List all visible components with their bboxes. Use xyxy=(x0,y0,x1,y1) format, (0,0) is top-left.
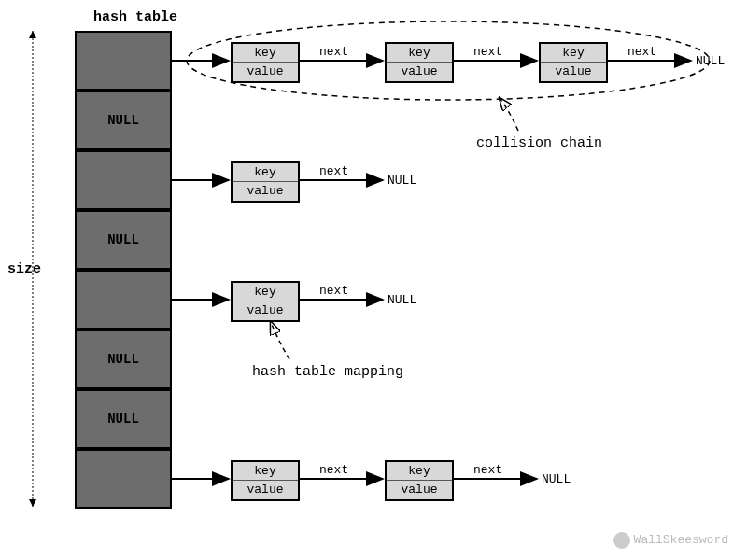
bucket xyxy=(75,150,172,210)
wechat-icon xyxy=(613,532,630,549)
null-terminal: NULL xyxy=(388,293,416,307)
title: hash table xyxy=(93,9,177,25)
bucket xyxy=(75,31,172,91)
node: keyvalue xyxy=(385,42,454,83)
bucket xyxy=(75,270,172,329)
node: keyvalue xyxy=(231,161,300,203)
watermark: WallSkeesword xyxy=(613,532,728,549)
bucket-null: NULL xyxy=(75,210,172,270)
node: keyvalue xyxy=(385,460,454,501)
node: keyvalue xyxy=(539,42,608,83)
hash-table-diagram: hash table size NULL NULL NULL NULL keyv… xyxy=(0,0,747,560)
collision-label: collision chain xyxy=(476,135,602,151)
bucket-null: NULL xyxy=(75,329,172,389)
null-terminal: NULL xyxy=(388,174,416,188)
next-label: next xyxy=(319,164,348,178)
next-label: next xyxy=(627,45,656,59)
bucket xyxy=(75,449,172,509)
next-label: next xyxy=(473,463,502,477)
node: keyvalue xyxy=(231,42,300,83)
mapping-label: hash table mapping xyxy=(252,364,403,380)
null-terminal: NULL xyxy=(696,54,725,68)
size-label: size xyxy=(7,261,41,277)
null-terminal: NULL xyxy=(542,472,571,486)
bucket-null: NULL xyxy=(75,91,172,150)
node: keyvalue xyxy=(231,460,300,501)
node: keyvalue xyxy=(231,281,300,322)
next-label: next xyxy=(319,284,348,298)
bucket-null: NULL xyxy=(75,389,172,449)
next-label: next xyxy=(473,45,502,59)
next-label: next xyxy=(319,45,348,59)
next-label: next xyxy=(319,463,348,477)
